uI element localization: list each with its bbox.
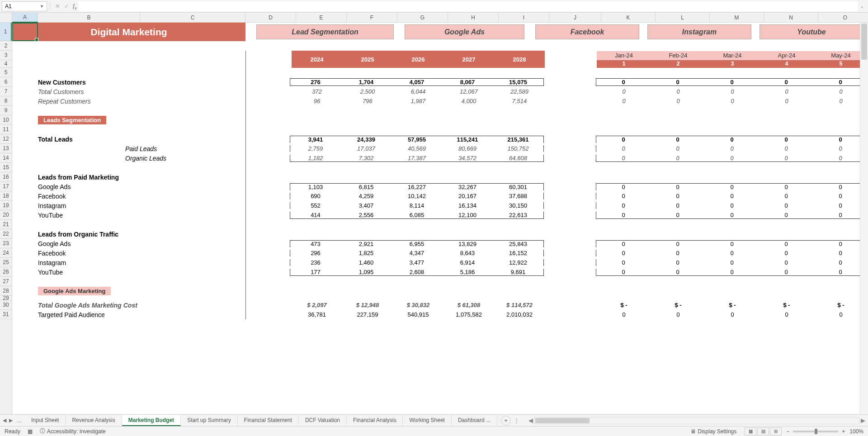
zoom-out-icon[interactable]: − bbox=[786, 428, 789, 435]
data-cell[interactable]: $ - bbox=[597, 302, 651, 308]
data-cell[interactable]: 0 bbox=[760, 88, 814, 95]
name-box[interactable]: A1 ▼ bbox=[2, 1, 47, 11]
data-cell[interactable]: 2,608 bbox=[392, 269, 442, 275]
vertical-scroll-thumb[interactable] bbox=[861, 24, 867, 60]
data-cell[interactable]: 0 bbox=[596, 259, 651, 266]
view-page-break-icon[interactable]: ⊞ bbox=[770, 427, 782, 436]
data-cell[interactable]: 0 bbox=[705, 202, 759, 209]
formula-expand-icon[interactable]: ⌄ bbox=[858, 4, 866, 9]
macro-icon[interactable]: ▦ bbox=[28, 428, 33, 435]
tab-prev-icon[interactable]: ◀ bbox=[3, 417, 6, 423]
data-cell[interactable]: 10,142 bbox=[392, 193, 442, 199]
row-header-18[interactable]: 18 bbox=[0, 191, 12, 201]
horizontal-scrollbar[interactable] bbox=[534, 417, 860, 424]
row-header-13[interactable]: 13 bbox=[0, 144, 12, 153]
data-cell[interactable]: 0 bbox=[759, 193, 813, 199]
data-cell[interactable]: 0 bbox=[651, 79, 705, 85]
data-cell[interactable]: 0 bbox=[651, 136, 705, 143]
row-header-26[interactable]: 26 bbox=[0, 267, 12, 277]
data-cell[interactable]: 0 bbox=[813, 155, 868, 161]
banner-lead-segmentation[interactable]: Lead Segmentation bbox=[256, 24, 394, 39]
data-cell[interactable]: 0 bbox=[760, 311, 814, 318]
sheet-tab-start-up-summary[interactable]: Start up Summary bbox=[181, 415, 238, 426]
data-cell[interactable]: 0 bbox=[759, 145, 813, 152]
data-cell[interactable]: 0 bbox=[597, 98, 651, 104]
zoom-level[interactable]: 100% bbox=[849, 428, 863, 435]
data-cell[interactable]: 22,613 bbox=[493, 212, 543, 218]
data-cell[interactable]: 0 bbox=[596, 145, 651, 152]
data-cell[interactable]: 5,186 bbox=[442, 269, 493, 275]
data-cell[interactable]: 0 bbox=[813, 241, 868, 247]
data-cell[interactable]: 1,825 bbox=[341, 250, 392, 256]
data-cell[interactable]: 0 bbox=[759, 250, 813, 256]
row-header-12[interactable]: 12 bbox=[0, 134, 12, 144]
row-header-20[interactable]: 20 bbox=[0, 210, 12, 220]
data-cell[interactable]: 6,914 bbox=[442, 259, 493, 266]
data-cell[interactable]: 0 bbox=[813, 136, 868, 143]
data-cell[interactable]: 0 bbox=[759, 202, 813, 209]
data-cell[interactable]: 2027 bbox=[443, 51, 494, 68]
data-cell[interactable]: 12,100 bbox=[442, 212, 493, 218]
data-cell[interactable]: 1,987 bbox=[393, 98, 443, 104]
data-cell[interactable]: $ 2,097 bbox=[292, 302, 342, 308]
data-cell[interactable]: 30,150 bbox=[493, 202, 543, 209]
data-cell[interactable]: 1,095 bbox=[341, 269, 392, 275]
data-cell[interactable]: 215,361 bbox=[493, 136, 543, 143]
data-cell[interactable]: 0 bbox=[596, 136, 651, 143]
data-cell[interactable]: 0 bbox=[813, 202, 868, 209]
data-cell[interactable]: $ - bbox=[651, 302, 705, 308]
zoom-in-icon[interactable]: + bbox=[842, 428, 845, 435]
view-normal-icon[interactable]: ▦ bbox=[745, 427, 756, 436]
col-header-J[interactable]: J bbox=[549, 13, 601, 23]
data-cell[interactable]: 0 bbox=[705, 311, 760, 318]
col-header-G[interactable]: G bbox=[397, 13, 448, 23]
data-cell[interactable]: 2028 bbox=[494, 51, 545, 68]
data-cell[interactable]: 0 bbox=[705, 155, 759, 161]
data-cell[interactable]: 690 bbox=[290, 193, 341, 199]
data-cell[interactable]: 7,514 bbox=[494, 98, 545, 104]
data-cell[interactable]: 0 bbox=[705, 241, 759, 247]
data-cell[interactable]: 57,955 bbox=[392, 136, 442, 143]
data-cell[interactable]: 1,182 bbox=[290, 155, 341, 161]
data-cell[interactable]: 540,915 bbox=[393, 311, 443, 318]
col-header-A[interactable]: A bbox=[12, 13, 38, 23]
data-cell[interactable]: 372 bbox=[292, 88, 342, 95]
row-header-24[interactable]: 24 bbox=[0, 248, 12, 258]
data-cell[interactable]: 32,267 bbox=[442, 184, 493, 190]
data-cell[interactable]: 4,259 bbox=[341, 193, 392, 199]
row-header-21[interactable]: 21 bbox=[0, 220, 12, 229]
col-header-F[interactable]: F bbox=[347, 13, 397, 23]
data-cell[interactable]: 0 bbox=[705, 250, 759, 256]
row-header-1[interactable]: 1 bbox=[0, 23, 12, 41]
data-cell[interactable]: 0 bbox=[596, 269, 651, 275]
row-header-27[interactable]: 27 bbox=[0, 277, 12, 286]
data-cell[interactable]: 0 bbox=[813, 79, 868, 85]
data-cell[interactable]: 16,227 bbox=[392, 184, 442, 190]
banner-facebook[interactable]: Facebook bbox=[535, 24, 639, 39]
row-header-2[interactable]: 2 bbox=[0, 41, 12, 51]
hscroll-left-icon[interactable]: ◀ bbox=[528, 417, 533, 424]
row-header-31[interactable]: 31 bbox=[0, 310, 12, 319]
vertical-scrollbar[interactable] bbox=[860, 23, 868, 414]
row-header-29[interactable]: 29 bbox=[0, 296, 12, 300]
col-header-I[interactable]: I bbox=[499, 13, 549, 23]
sheet-tab-financial-statement[interactable]: Financial Statement bbox=[238, 415, 299, 426]
data-cell[interactable]: 0 bbox=[759, 212, 813, 218]
col-header-B[interactable]: B bbox=[38, 13, 140, 23]
add-sheet-button[interactable]: + bbox=[501, 416, 511, 426]
row-header-9[interactable]: 9 bbox=[0, 106, 12, 115]
data-cell[interactable]: $ - bbox=[760, 302, 814, 308]
data-cell[interactable]: 1,075,582 bbox=[443, 311, 494, 318]
data-cell[interactable]: $ 30,832 bbox=[393, 302, 443, 308]
data-cell[interactable]: 3,941 bbox=[290, 136, 341, 143]
sheet-tab-working-sheet[interactable]: Working Sheet bbox=[403, 415, 452, 426]
data-cell[interactable]: 0 bbox=[596, 250, 651, 256]
data-cell[interactable]: 20,167 bbox=[442, 193, 493, 199]
col-header-E[interactable]: E bbox=[296, 13, 347, 23]
col-header-L[interactable]: L bbox=[656, 13, 710, 23]
data-cell[interactable]: 9,691 bbox=[493, 269, 543, 275]
sheet-tab-dashboard-[interactable]: Dashboard ... bbox=[452, 415, 497, 426]
data-cell[interactable]: 37,688 bbox=[493, 193, 543, 199]
row-header-8[interactable]: 8 bbox=[0, 96, 12, 106]
data-cell[interactable]: 12,067 bbox=[443, 88, 494, 95]
